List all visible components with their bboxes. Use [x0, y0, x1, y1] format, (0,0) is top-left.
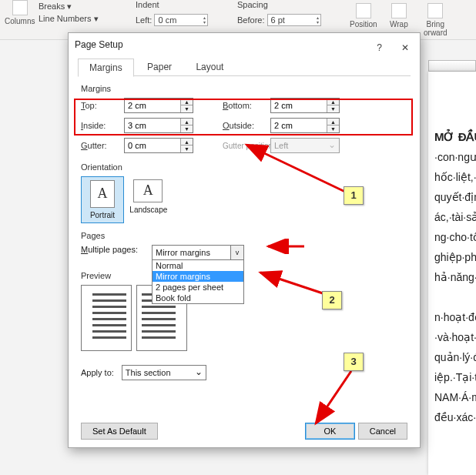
multiple-pages-dropdown: Normal Mirror margins 2 pages per sheet … — [152, 259, 244, 304]
tab-margins[interactable]: Margins — [78, 59, 134, 77]
tab-layout[interactable]: Layout — [185, 59, 234, 75]
horizontal-ruler[interactable] — [428, 60, 476, 72]
ok-button[interactable]: OK — [305, 423, 356, 440]
outside-label: Outside: — [223, 121, 270, 130]
dialog-titlebar[interactable]: Page Setup ? ✕ — [69, 33, 420, 56]
line-numbers-menu[interactable]: Line Numbers ▾ — [39, 14, 99, 24]
bring-forward-icon — [427, 3, 443, 18]
inside-spinner[interactable]: ▲▼ — [124, 118, 193, 133]
top-spinner[interactable]: ▲▼ — [124, 98, 193, 113]
top-label: Top: — [81, 101, 124, 110]
doc-line: ác,·tài·sản·c — [434, 209, 470, 226]
inside-input[interactable] — [125, 119, 176, 132]
spacing-before-row: Before: 6 pt — [237, 14, 321, 26]
orientation-group-label: Orientation — [81, 162, 407, 172]
apply-to-select[interactable]: This section — [122, 365, 206, 380]
multiple-pages-value: Mirror margins — [156, 248, 210, 257]
cancel-button[interactable]: Cancel — [358, 423, 407, 440]
dialog-close-button[interactable]: ✕ — [394, 39, 417, 56]
document-area: MỞ ĐẦU¶ ·con·người.·hốc·liệt,·conquyết·đ… — [428, 72, 476, 475]
doc-line: ghiệp·phải·x — [434, 249, 470, 266]
page-setup-dialog: Page Setup ? ✕ Margins Paper Layout Marg… — [68, 32, 421, 448]
doc-line: ·con·người.· — [434, 149, 470, 166]
orientation-portrait[interactable]: Portrait — [81, 176, 124, 223]
wrap-icon — [391, 3, 407, 18]
position-icon — [356, 3, 371, 18]
tab-paper[interactable]: Paper — [136, 59, 183, 75]
doc-line: quản·lý·điều — [434, 349, 470, 366]
dialog-help-button[interactable]: ? — [368, 39, 391, 56]
top-input[interactable] — [125, 99, 176, 112]
doc-line: ng·cho·tốt.·T — [434, 229, 470, 246]
indent-left-row: Left: 0 cm — [136, 14, 208, 26]
columns-icon — [12, 0, 28, 15]
breaks-menu[interactable]: Breaks ▾ — [39, 2, 72, 12]
doc-line: NAM·Á·mà — [434, 389, 470, 406]
columns-button[interactable]: Columns — [5, 0, 35, 25]
doc-line: hả·năng·để·t — [434, 269, 470, 286]
indent-group-label: Indent — [136, 0, 159, 9]
dd-option-normal[interactable]: Normal — [153, 260, 243, 271]
doc-line: ·và·hoạt·độ — [434, 329, 470, 346]
callout-1: 1 — [344, 186, 364, 205]
gutter-position-label: Gutter position: — [223, 142, 270, 150]
margins-group-label: Margins — [81, 84, 407, 93]
doc-line: quyết·định·đ — [434, 189, 470, 206]
gutter-label: Gutter: — [81, 141, 124, 150]
dd-option-mirror[interactable]: Mirror margins — [153, 271, 243, 282]
preview-group-label: Preview — [81, 271, 407, 280]
inside-label: IInside:nside: — [81, 121, 124, 130]
spinner-buttons[interactable]: ▲▼ — [180, 99, 193, 112]
spinner-buttons[interactable]: ▲▼ — [180, 119, 193, 132]
gutter-spinner[interactable]: ▲▼ — [124, 138, 193, 153]
portrait-icon — [90, 180, 115, 208]
gutter-position-select: Left — [270, 138, 340, 153]
doc-line: n·hoạt·động· — [434, 309, 470, 326]
orientation-landscape[interactable]: Landscape — [126, 176, 169, 217]
preview-row — [81, 285, 407, 351]
chevron-down-icon[interactable]: v — [230, 246, 243, 259]
position-button[interactable]: Position — [350, 3, 377, 28]
doc-line: hốc·liệt,·con — [434, 169, 470, 186]
callout-2: 2 — [322, 291, 342, 309]
doc-title: MỞ ĐẦU¶ — [434, 129, 470, 146]
margins-grid: Top: ▲▼ Bottom: ▲▼ IInside:nside: ▲▼ Out… — [81, 98, 407, 153]
set-as-default-button[interactable]: Set As Default — [81, 423, 158, 440]
spinner-buttons[interactable]: ▲▼ — [327, 119, 339, 132]
multiple-pages-label: Multiple pages: — [81, 245, 138, 254]
spacing-group-label: Spacing — [237, 0, 268, 9]
spacing-before-spinner[interactable]: 6 pt — [267, 14, 321, 26]
doc-line: iệp.·Tại·thờ — [434, 369, 470, 386]
multiple-pages-select[interactable]: Mirror margins v — [152, 245, 244, 260]
gutter-input[interactable] — [125, 139, 176, 152]
landscape-icon — [133, 179, 163, 202]
dialog-title: Page Setup — [75, 39, 123, 50]
dialog-tabs: Margins Paper Layout — [78, 58, 411, 76]
indent-left-spinner[interactable]: 0 cm — [154, 14, 208, 26]
bottom-spinner[interactable]: ▲▼ — [270, 98, 340, 113]
outside-input[interactable] — [271, 119, 322, 132]
doc-line: đều·xác·định·nguồn·nhân·lực·là·yếu·tố·qu… — [434, 409, 470, 426]
spinner-buttons[interactable]: ▲▼ — [327, 99, 339, 112]
dd-option-bookfold[interactable]: Book fold — [153, 293, 243, 303]
dd-option-2pages[interactable]: 2 pages per sheet — [153, 282, 243, 293]
bottom-label: Bottom: — [223, 101, 270, 110]
doc-line — [434, 289, 470, 306]
pages-group-label: Pages — [81, 231, 407, 240]
callout-3: 3 — [344, 353, 364, 371]
wrap-button[interactable]: Wrap — [390, 3, 408, 28]
outside-spinner[interactable]: ▲▼ — [270, 118, 340, 133]
preview-page-left — [81, 285, 132, 351]
indent-left-label: Left: — [136, 15, 152, 25]
bottom-input[interactable] — [271, 99, 322, 112]
spinner-buttons[interactable]: ▲▼ — [180, 139, 193, 152]
apply-to-label: Apply to: — [81, 368, 114, 377]
bring-button[interactable]: Bring orward — [424, 3, 448, 37]
spacing-before-label: Before: — [237, 15, 264, 25]
